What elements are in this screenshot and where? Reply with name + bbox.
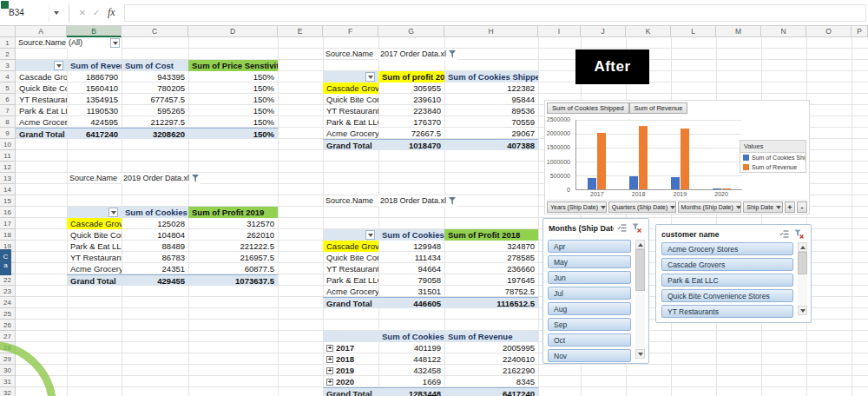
row-header[interactable]: 22 [0, 274, 16, 286]
column-header[interactable]: F [323, 26, 378, 37]
column-header[interactable]: K [626, 26, 671, 37]
pivot-cell[interactable]: 150% [188, 129, 278, 139]
pivot-cell[interactable]: 1886790 [67, 71, 122, 82]
pivot-cell[interactable]: 29067 [444, 128, 538, 139]
multiselect-icon[interactable] [615, 222, 628, 234]
pivot-cell[interactable]: Cascade Grove [323, 241, 378, 252]
row-header[interactable]: 7 [0, 105, 16, 116]
pivot-cell[interactable]: Acme Grocery [67, 263, 122, 274]
pivot-cell[interactable]: 150% [188, 116, 278, 128]
pivot-cell[interactable]: 324870 [444, 241, 538, 252]
pivot-col-header[interactable]: Sum of Cookies Shipped [378, 229, 444, 241]
pivot-cell[interactable]: 262010 [188, 229, 278, 241]
slicer-item[interactable]: Oct [548, 333, 631, 346]
pivot-cell[interactable]: 8345 [444, 376, 538, 387]
select-all-corner[interactable] [0, 26, 16, 37]
pivot-col-header[interactable]: Sum of Revenue [444, 331, 538, 342]
pivot-cell[interactable]: 95844 [444, 94, 538, 105]
scroll-up-button[interactable] [635, 240, 645, 249]
row-labels-filter[interactable] [16, 60, 67, 71]
pivot-cell[interactable]: 2162290 [444, 365, 538, 376]
pivot-cell[interactable]: 150% [188, 105, 278, 116]
filter-value[interactable]: 2018 Order Data.xl [378, 195, 457, 207]
cancel-icon[interactable]: ✕ [76, 8, 89, 17]
scroll-down-button[interactable] [798, 306, 807, 315]
row-header[interactable]: 10 [0, 139, 16, 150]
slicer-item[interactable]: Cascade Grovers [661, 258, 793, 271]
pivot-cell[interactable]: 401199 [378, 342, 444, 353]
pivot-cell[interactable]: 6417240 [444, 388, 538, 396]
pivot-cell[interactable]: 1018470 [378, 140, 444, 150]
column-header[interactable]: J [581, 26, 626, 37]
row-header[interactable]: 30 [0, 365, 16, 376]
filter-value[interactable]: (All) [67, 37, 122, 49]
row-header[interactable]: 15 [0, 195, 16, 207]
pivot-col-header[interactable]: Sum of profit 2017 [378, 71, 444, 82]
pivot-col-header[interactable]: Sum of Profit 2018 [444, 229, 538, 241]
expand-entire-field-button[interactable]: + [785, 201, 795, 213]
row-header[interactable]: 12 [0, 162, 16, 173]
expand-icon[interactable] [326, 345, 333, 352]
slicer-item[interactable]: Acme Grocery Stores [661, 242, 793, 255]
pivot-cell[interactable]: 223840 [378, 105, 444, 116]
expand-icon[interactable] [326, 367, 333, 374]
row-header[interactable]: 28 [0, 342, 16, 353]
pivot-cell[interactable]: 3208620 [122, 129, 188, 139]
row-header[interactable]: 2 [0, 49, 16, 60]
pivot-cell[interactable]: 448122 [378, 353, 444, 365]
pivot-cell[interactable]: 216957.5 [188, 252, 278, 263]
slicer-item[interactable]: YT Restaurants [661, 305, 793, 318]
pivot-cell[interactable]: 1073637.5 [188, 275, 278, 286]
scroll-up-button[interactable] [798, 242, 807, 252]
row-header[interactable]: 14 [0, 184, 16, 195]
pivot-cell[interactable]: Grand Total [323, 298, 378, 308]
row-header[interactable]: 31 [0, 376, 16, 387]
pivot-col-header[interactable]: Sum of Revenue [67, 60, 122, 71]
pivot-cell[interactable]: Cascade Grove [16, 71, 67, 82]
filter-value[interactable]: 2017 Order Data.xl [378, 49, 457, 60]
pivot-cell[interactable]: 111434 [378, 252, 444, 263]
pivot-cell[interactable]: 122382 [444, 82, 538, 94]
pivot-cell[interactable]: 89536 [444, 105, 538, 116]
formula-input[interactable] [124, 4, 866, 22]
pivot-cell[interactable]: 1354915 [67, 94, 122, 105]
pivot-cell[interactable]: 1560410 [67, 82, 122, 94]
column-header[interactable]: I [538, 26, 581, 37]
pivot-cell[interactable]: 31501 [378, 286, 444, 297]
pivot-cell[interactable]: 88489 [122, 241, 188, 252]
slicer-item[interactable]: Park & Eat LLC [661, 274, 793, 287]
axis-field-button[interactable]: Ship Date [743, 201, 783, 213]
column-header[interactable]: M [716, 26, 761, 37]
column-header[interactable]: D [188, 26, 278, 37]
pivot-cell[interactable]: Quick Bite Con [67, 229, 122, 241]
chart-field-button[interactable]: Sum of Cookies Shipped [547, 102, 629, 114]
pivot-cell[interactable]: Park & Eat LLC [16, 105, 67, 116]
pivot-cell[interactable]: 150% [188, 94, 278, 105]
pivot-cell[interactable]: YT Restaurants [323, 105, 378, 116]
row-labels-filter[interactable] [67, 207, 122, 218]
row-header[interactable]: 27 [0, 331, 16, 342]
pivot-cell[interactable]: 197645 [444, 274, 538, 286]
pivot-cell[interactable]: 24351 [122, 263, 188, 274]
pivot-cell[interactable]: 446605 [378, 298, 444, 308]
pivot-col-header[interactable]: Sum of Cookies Shipped [444, 71, 538, 82]
pivot-cell[interactable]: 2005995 [444, 342, 538, 353]
slicer-item[interactable]: Sep [548, 318, 631, 331]
pivot-cell[interactable]: 432458 [378, 365, 444, 376]
axis-field-button[interactable]: Months (Ship Date) [678, 201, 742, 213]
pivot-cell[interactable]: Park & Eat LLC [323, 116, 378, 128]
pivot-cell[interactable]: 6417240 [67, 129, 122, 139]
pivot-cell[interactable]: Quick Bite Con [323, 252, 378, 263]
scrollbar-thumb[interactable] [635, 249, 645, 291]
column-header[interactable]: H [444, 26, 538, 37]
pivot-cell[interactable]: 2240610 [444, 353, 538, 365]
name-box-dropdown[interactable] [49, 4, 62, 22]
pivot-cell[interactable]: 79058 [378, 274, 444, 286]
dropdown-icon[interactable] [365, 230, 375, 240]
pivot-cell[interactable]: Grand Total [16, 129, 67, 139]
row-header[interactable]: 18 [0, 229, 16, 241]
pivot-cell[interactable]: 2019 [323, 365, 378, 376]
pivot-cell[interactable]: 72667.5 [378, 128, 444, 139]
pivot-cell[interactable]: 150% [188, 82, 278, 94]
dropdown-icon[interactable] [108, 208, 118, 217]
